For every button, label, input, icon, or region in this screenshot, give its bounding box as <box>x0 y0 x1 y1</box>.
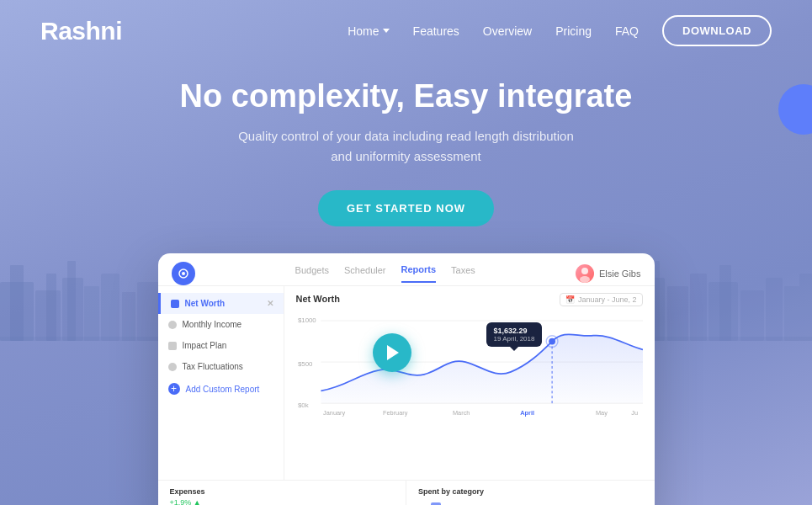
chart-tooltip: $1,632.29 19 April, 2018 <box>486 322 543 347</box>
play-icon <box>387 345 399 360</box>
download-button[interactable]: DOWNLOAD <box>662 15 772 46</box>
nav-item-home[interactable]: Home <box>348 24 389 38</box>
brand-logo: Rashni <box>40 17 122 45</box>
sidebar-item-tax-fluctuations-label: Tax Fluctuations <box>183 362 243 371</box>
dashboard-logo-icon <box>172 262 195 285</box>
navbar: Rashni Home Features Overview Pricing FA… <box>0 0 812 61</box>
nav-item-overview[interactable]: Overview <box>483 24 532 39</box>
svg-point-23 <box>581 268 588 274</box>
nav-item-download[interactable]: DOWNLOAD <box>662 15 772 46</box>
monthly-income-icon <box>168 321 177 329</box>
tooltip-amount: $1,632.29 <box>494 327 535 335</box>
x-label-may: May <box>596 409 608 417</box>
nav-link-pricing[interactable]: Pricing <box>555 24 592 38</box>
chart-header: Net Worth 📅 January - June, 2 <box>296 293 643 306</box>
sidebar-item-impact-plan-label: Impact Plan <box>183 341 227 350</box>
tooltip-date: 19 April, 2018 <box>494 335 535 343</box>
add-icon: + <box>168 383 180 395</box>
nav-item-faq[interactable]: FAQ <box>615 24 639 39</box>
chart-title: Net Worth <box>296 294 340 304</box>
cta-button[interactable]: GET STARTED NOW <box>318 190 494 226</box>
spent-by-category-section: Spent by category <box>406 481 655 505</box>
sidebar-item-net-worth-label: Net Worth <box>185 299 226 308</box>
add-custom-label: Add Custom Report <box>186 385 260 394</box>
sidebar-close-icon[interactable]: ✕ <box>267 299 273 308</box>
user-name: Elsie Gibs <box>599 268 641 279</box>
sidebar-add-report[interactable]: + Add Custom Report <box>158 377 284 401</box>
sidebar-item-monthly-income[interactable]: Monthly Income <box>158 314 284 335</box>
nav-links: Home Features Overview Pricing FAQ DOWNL… <box>348 15 772 46</box>
sidebar-item-monthly-income-label: Monthly Income <box>183 320 242 329</box>
avatar-icon <box>576 264 594 283</box>
dashboard-sidebar: Net Worth ✕ Monthly Income Impact Plan T… <box>158 286 284 480</box>
x-label-feb: February <box>383 409 408 417</box>
impact-plan-icon <box>168 342 177 350</box>
dashboard-bottom: Expenses +1.9% ▲ $ 43,203.00 Spent by ca… <box>158 480 655 505</box>
tab-taxes[interactable]: Taxes <box>451 265 475 282</box>
nav-item-pricing[interactable]: Pricing <box>555 24 592 39</box>
x-label-jan: January <box>323 409 345 417</box>
hero-title: No complexity, Easy integrate <box>0 78 812 114</box>
dashboard-body: Net Worth ✕ Monthly Income Impact Plan T… <box>158 286 655 480</box>
calendar-icon: 📅 <box>565 295 575 304</box>
expenses-section: Expenses +1.9% ▲ $ 43,203.00 <box>158 481 407 505</box>
svg-point-24 <box>580 276 590 283</box>
tab-scheduler[interactable]: Scheduler <box>344 265 386 282</box>
nav-link-home[interactable]: Home <box>348 24 389 38</box>
x-label-apr: April <box>520 409 534 417</box>
tab-reports[interactable]: Reports <box>401 264 437 283</box>
chevron-down-icon <box>383 29 390 33</box>
x-label-mar: March <box>452 409 469 417</box>
net-worth-chart: $1000 $500 $0k <box>296 311 643 421</box>
chart-area: Net Worth 📅 January - June, 2 $1000 $500… <box>284 286 655 480</box>
nav-link-features[interactable]: Features <box>413 24 459 38</box>
nav-item-features[interactable]: Features <box>413 24 459 39</box>
dashboard-logo-svg <box>178 268 189 279</box>
date-filter[interactable]: 📅 January - June, 2 <box>560 293 643 306</box>
sidebar-item-tax-fluctuations[interactable]: Tax Fluctuations <box>158 356 284 377</box>
sidebar-item-net-worth[interactable]: Net Worth ✕ <box>158 293 284 314</box>
dashboard-tabs: Budgets Scheduler Reports Taxes <box>295 264 475 283</box>
expenses-title: Expenses <box>170 487 395 496</box>
dashboard-header: Budgets Scheduler Reports Taxes Elsie Gi… <box>158 253 655 286</box>
nav-link-overview[interactable]: Overview <box>483 24 532 38</box>
x-label-jun: Ju <box>631 409 638 417</box>
y-label-500: $500 <box>297 360 312 368</box>
tab-budgets[interactable]: Budgets <box>295 265 329 282</box>
net-worth-icon <box>171 300 179 308</box>
dashboard-user: Elsie Gibs <box>576 264 641 283</box>
expenses-change: +1.9% ▲ <box>170 498 395 505</box>
hero-subtitle: Quality control of your data including r… <box>230 126 583 167</box>
play-button[interactable] <box>373 333 411 372</box>
spent-by-category-title: Spent by category <box>418 487 643 496</box>
tax-fluctuations-icon <box>168 363 177 371</box>
dashboard-card: Budgets Scheduler Reports Taxes Elsie Gi… <box>158 253 655 505</box>
y-label-1000: $1000 <box>297 316 316 324</box>
hero-section: No complexity, Easy integrate Quality co… <box>0 61 812 226</box>
nav-link-faq[interactable]: FAQ <box>615 24 639 38</box>
date-range: January - June, 2 <box>578 295 637 304</box>
svg-point-22 <box>182 272 185 275</box>
category-chart <box>418 498 502 505</box>
dashboard-mockup: $1,632.29 19 April, 2018 Budgets Schedul… <box>0 253 812 505</box>
user-avatar <box>576 264 594 283</box>
sidebar-item-impact-plan[interactable]: Impact Plan <box>158 335 284 356</box>
y-label-0: $0k <box>297 401 308 409</box>
